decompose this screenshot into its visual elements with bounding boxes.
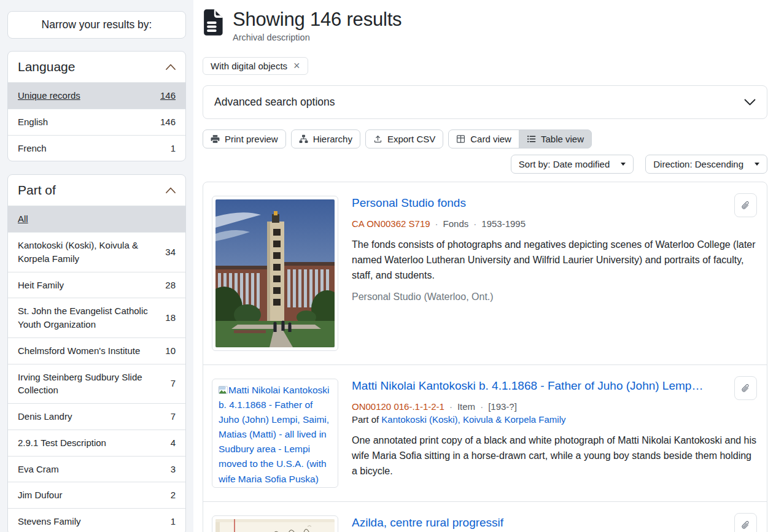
result-item-personal-studio: Personal Studio fonds CA ON00362 S719 · … bbox=[203, 182, 767, 365]
facet-option-label: 2.9.1 Test Description bbox=[18, 436, 106, 450]
facet-option-heit-family[interactable]: Heit Family 28 bbox=[8, 272, 185, 298]
sort-by-dropdown[interactable]: Sort by: Date modified bbox=[511, 155, 634, 174]
export-csv-button[interactable]: Export CSV bbox=[365, 129, 443, 148]
results-list: Personal Studio fonds CA ON00362 S719 · … bbox=[203, 182, 767, 532]
chevron-down-icon bbox=[744, 99, 756, 106]
facet-option-label: St. John the Evangelist Catholic Youth O… bbox=[18, 304, 158, 331]
list-icon bbox=[527, 134, 536, 144]
level-of-description: Fonds bbox=[443, 218, 469, 229]
sort-direction-dropdown[interactable]: Direction: Descending bbox=[645, 155, 767, 174]
results-main: Showing 146 results Archival description… bbox=[193, 0, 776, 532]
results-toolbar: Print preview Hierarchy Export CSV bbox=[203, 129, 767, 148]
facet-part-of-options: All Kantokoski (Koski), Koivula & Korpel… bbox=[8, 206, 185, 532]
thumbnail-alt-text: Matti Nikolai Kantokoski b. 4.1.1868 - F… bbox=[219, 385, 330, 484]
result-body: Azilda, centre rural progressif CA ON00…… bbox=[352, 515, 758, 532]
result-title-link[interactable]: Matti Nikolai Kantokoski b. 4.1.1868 - F… bbox=[352, 379, 703, 392]
facet-language-toggle[interactable]: Language bbox=[8, 52, 185, 82]
result-thumbnail[interactable] bbox=[212, 515, 338, 532]
facet-option-denis-landry[interactable]: Denis Landry 7 bbox=[8, 403, 185, 430]
facet-option-eva-cram[interactable]: Eva Cram 3 bbox=[8, 456, 185, 482]
advanced-search-label: Advanced search options bbox=[214, 96, 335, 109]
facet-option-count: 18 bbox=[165, 311, 176, 325]
card-view-button[interactable]: Card view bbox=[448, 129, 519, 148]
facet-option-stevens-family[interactable]: Stevens Family 1 bbox=[8, 508, 185, 532]
paperclip-button[interactable] bbox=[734, 376, 757, 400]
facet-option-jim-dufour[interactable]: Jim Dufour 2 bbox=[8, 482, 185, 508]
print-preview-button[interactable]: Print preview bbox=[203, 129, 286, 148]
reference-code: ON00120 016-.1-1-2-1 bbox=[352, 401, 444, 412]
narrow-results-label: Narrow your results by: bbox=[42, 18, 152, 31]
paperclip-icon bbox=[740, 519, 751, 531]
facet-option-label: Stevens Family bbox=[18, 515, 81, 528]
result-title-link[interactable]: Azilda, centre rural progressif bbox=[352, 516, 503, 529]
export-csv-label: Export CSV bbox=[387, 134, 435, 144]
hierarchy-button[interactable]: Hierarchy bbox=[291, 129, 360, 148]
paperclip-button[interactable] bbox=[734, 513, 757, 532]
search-results-page: Narrow your results by: Language Unique … bbox=[0, 0, 776, 532]
facet-option-count: 1 bbox=[171, 515, 176, 528]
result-item-matti-kantokoski: Matti Nikolai Kantokoski b. 4.1.1868 - F… bbox=[203, 365, 767, 502]
facet-option-kantokoski[interactable]: Kantokoski (Koski), Koivula & Korpela Fa… bbox=[8, 232, 185, 272]
facet-option-french[interactable]: French 1 bbox=[8, 135, 185, 161]
result-meta: ON00120 016-.1-1-2-1 · Item · [193-?] bbox=[352, 401, 758, 412]
page-header-text: Showing 146 results Archival description bbox=[233, 9, 402, 42]
result-title: Azilda, centre rural progressif bbox=[352, 515, 726, 531]
result-thumbnail-missing[interactable]: Matti Nikolai Kantokoski b. 4.1.1868 - F… bbox=[212, 379, 338, 488]
facet-option-label: Irving Steinberg Sudbury Slide Collectio… bbox=[18, 371, 158, 398]
table-view-button[interactable]: Table view bbox=[519, 129, 592, 148]
facet-option-label: Denis Landry bbox=[18, 410, 72, 423]
paperclip-icon bbox=[740, 382, 751, 394]
facet-option-count: 28 bbox=[165, 279, 176, 292]
facet-option-label: Jim Dufour bbox=[18, 488, 63, 502]
facet-option-count: 10 bbox=[165, 344, 176, 358]
active-filters: With digital objects × bbox=[203, 57, 767, 75]
result-title-link[interactable]: Personal Studio fonds bbox=[352, 196, 466, 209]
separator: · bbox=[480, 401, 483, 412]
facet-option-unique-records[interactable]: Unique records 146 bbox=[8, 82, 185, 109]
facet-language: Language Unique records 146 English 146 … bbox=[7, 51, 186, 161]
paperclip-button[interactable] bbox=[734, 193, 757, 217]
separator: · bbox=[435, 218, 438, 229]
result-creator: Personal Studio (Waterloo, Ont.) bbox=[352, 291, 758, 303]
broken-image-icon bbox=[219, 385, 228, 395]
facet-option-count: 4 bbox=[171, 436, 176, 450]
facet-option-english[interactable]: English 146 bbox=[8, 109, 185, 135]
chevron-up-icon bbox=[166, 187, 176, 193]
table-view-label: Table view bbox=[541, 134, 584, 144]
facet-option-label: All bbox=[18, 212, 28, 226]
card-view-label: Card view bbox=[470, 134, 511, 144]
facet-option-test-description[interactable]: 2.9.1 Test Description 4 bbox=[8, 430, 185, 456]
facet-option-count: 34 bbox=[165, 245, 176, 259]
facet-option-st-john[interactable]: St. John the Evangelist Catholic Youth O… bbox=[8, 298, 185, 337]
result-thumbnail[interactable] bbox=[212, 196, 338, 351]
facet-option-count: 1 bbox=[171, 142, 176, 155]
part-of-link[interactable]: Kantokoski (Koski), Koivula & Korpela Fa… bbox=[381, 414, 565, 425]
facet-language-options: Unique records 146 English 146 French 1 bbox=[8, 82, 185, 161]
facet-option-chelmsford[interactable]: Chelmsford Women's Institute 10 bbox=[8, 337, 185, 364]
facet-option-all[interactable]: All bbox=[8, 206, 185, 232]
sort-direction-value: Direction: Descending bbox=[653, 159, 743, 169]
waterloo-college-photo-thumbnail bbox=[215, 199, 335, 347]
advanced-search-toggle[interactable]: Advanced search options bbox=[203, 85, 767, 119]
facet-option-irving-steinberg[interactable]: Irving Steinberg Sudbury Slide Collectio… bbox=[8, 364, 185, 404]
upload-icon bbox=[373, 134, 382, 144]
hierarchy-label: Hierarchy bbox=[313, 134, 352, 144]
view-switcher: Card view Table view bbox=[448, 129, 592, 148]
chevron-up-icon bbox=[166, 64, 176, 70]
paperclip-icon bbox=[740, 199, 751, 211]
level-of-description: Item bbox=[457, 401, 475, 412]
facet-option-count: 146 bbox=[160, 89, 176, 102]
filter-chip-digital-objects: With digital objects × bbox=[203, 57, 308, 75]
facet-option-count: 7 bbox=[171, 377, 176, 390]
narrow-results-header: Narrow your results by: bbox=[7, 11, 186, 39]
result-description: One annotated print copy of a black and … bbox=[352, 433, 758, 479]
page-header: Showing 146 results Archival description bbox=[203, 9, 767, 42]
part-of-line: Part of Kantokoski (Koski), Koivula & Ko… bbox=[352, 414, 758, 425]
page-subtitle: Archival description bbox=[233, 33, 402, 42]
remove-filter-icon[interactable]: × bbox=[293, 60, 300, 71]
facet-option-label: Chelmsford Women's Institute bbox=[18, 344, 140, 358]
facet-part-of-toggle[interactable]: Part of bbox=[8, 175, 185, 206]
caret-down-icon bbox=[621, 163, 626, 166]
facet-option-label: Kantokoski (Koski), Koivula & Korpela Fa… bbox=[18, 239, 158, 266]
filter-chip-label: With digital objects bbox=[211, 61, 287, 71]
